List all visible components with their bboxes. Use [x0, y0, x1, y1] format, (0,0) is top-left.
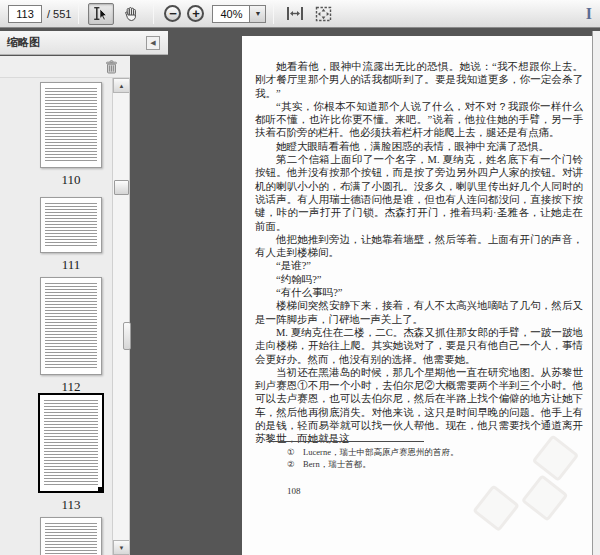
- dialog-line: “约翰吗?”: [255, 273, 583, 286]
- scrollbar-thumb[interactable]: [114, 180, 129, 195]
- hand-tool-icon: [123, 6, 139, 22]
- zoom-out-button[interactable]: −: [164, 5, 181, 22]
- plus-icon: +: [192, 8, 200, 20]
- arrow-up-icon: ▲: [119, 83, 125, 89]
- zoom-dropdown-button[interactable]: ▼: [250, 5, 266, 23]
- thumbnail-page: [40, 277, 102, 375]
- zoom-level-box[interactable]: 40%: [212, 5, 250, 23]
- document-page: 她看着他，眼神中流露出无比的恐惧。她说：“我不想跟你上去。刚才餐厅里那个男人的话…: [242, 36, 592, 555]
- selection-handle[interactable]: [98, 487, 104, 493]
- thumbnail-page: [40, 517, 102, 555]
- footnote-separator: [268, 441, 424, 442]
- paragraph: 楼梯间突然安静下来，接着，有人不太高兴地嘀咕了几句，然后又是一阵脚步声，门砰地一…: [255, 299, 583, 326]
- thumbnail-page-label: 110: [40, 172, 102, 188]
- fit-page-icon: [315, 6, 332, 22]
- trash-icon: [105, 60, 118, 74]
- page-number: 108: [287, 486, 301, 496]
- hand-tool-button[interactable]: [118, 3, 144, 25]
- paragraph: “其实，你根本不知道那个人说了什么，对不对？我跟你一样什么都听不懂，也许比你更不…: [255, 100, 583, 140]
- thumbnail-item[interactable]: [40, 517, 102, 555]
- panel-splitter[interactable]: [129, 78, 130, 555]
- text-tool-icon[interactable]: I: [582, 5, 596, 23]
- zoom-in-button[interactable]: +: [187, 5, 204, 22]
- select-tool-icon: [93, 6, 109, 22]
- main-scrollbar-track[interactable]: [592, 31, 600, 555]
- fit-width-button[interactable]: [283, 3, 307, 25]
- arrow-down-icon: ▼: [119, 545, 125, 551]
- page-body-text: 她看着他，眼神中流露出无比的恐惧。她说：“我不想跟你上去。刚才餐厅里那个男人的话…: [255, 60, 583, 446]
- dialog-line: “有什么事吗?”: [255, 286, 583, 299]
- select-tool-button[interactable]: [88, 3, 114, 25]
- paragraph: 他把她推到旁边，让她靠着墙壁，然后等着。上面有开门的声音，有人走到楼梯间。: [255, 233, 583, 260]
- thumbnail-page: [40, 82, 102, 168]
- paragraph: 第二个信箱上面印了一个名字，M. 夏纳克，姓名底下有一个门铃按钮。他并没有按那个…: [255, 153, 583, 233]
- toolbar-separator: [273, 4, 274, 24]
- scroll-down-button[interactable]: ▼: [113, 540, 130, 555]
- thumbnail-item[interactable]: 112: [40, 277, 102, 395]
- delete-thumbnail-button[interactable]: [105, 60, 118, 74]
- thumbnail-page-label: 111: [40, 257, 102, 273]
- page-number-input[interactable]: [8, 5, 42, 23]
- paragraph: M. 夏纳克住在二楼，二C。杰森又抓住那女郎的手臂，一跛一跛地走向楼梯，开始往上…: [255, 326, 583, 366]
- main-toolbar: / 551 − + 40% ▼: [0, 0, 600, 28]
- toolbar-separator: [153, 4, 154, 24]
- thumbnail-item-selected[interactable]: 113: [38, 393, 104, 513]
- fit-page-button[interactable]: [311, 3, 335, 25]
- thumbnail-page: [38, 393, 104, 493]
- chevron-left-icon: ◀: [150, 39, 155, 47]
- scroll-up-button[interactable]: ▲: [113, 78, 130, 93]
- minus-icon: −: [169, 8, 177, 20]
- fit-width-icon: [286, 6, 304, 21]
- thumbnail-page-label: 113: [38, 497, 104, 513]
- dialog-line: “是谁?”: [255, 259, 583, 272]
- thumbnail-item[interactable]: 110: [40, 82, 102, 188]
- sidebar-scrollbar[interactable]: ▲ ▼: [112, 78, 129, 555]
- thumbnails-toolbar: [0, 56, 130, 78]
- collapse-panel-button[interactable]: ◀: [146, 36, 160, 50]
- thumbnails-panel-header: 缩略图 ◀: [0, 31, 168, 55]
- thumbnail-item[interactable]: 111: [40, 197, 102, 273]
- splitter-handle[interactable]: [123, 322, 131, 350]
- chevron-down-icon: ▼: [255, 10, 262, 17]
- thumbnails-panel: 110 111 112 113: [0, 78, 130, 555]
- paragraph: 她看着他，眼神中流露出无比的恐惧。她说：“我不想跟你上去。刚才餐厅里那个男人的话…: [255, 60, 583, 100]
- paragraph: 她瞪大眼睛看着他，满脸困惑的表情，眼神中充满了恐惧。: [255, 140, 583, 153]
- thumbnails-panel-title: 缩略图: [7, 35, 40, 50]
- toolbar-separator: [78, 4, 79, 24]
- page-total-label: / 551: [47, 8, 71, 20]
- thumbnail-page: [40, 197, 102, 253]
